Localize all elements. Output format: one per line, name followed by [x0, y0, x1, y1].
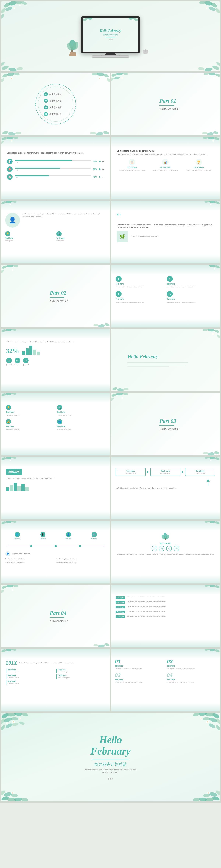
svg-point-20 — [1, 61, 5, 67]
part04-title: Part 04 — [50, 610, 69, 616]
cover-hello: Hello — [83, 734, 138, 745]
box-label-4: Text here — [116, 611, 125, 613]
svg-point-19 — [17, 67, 23, 70]
box-label-5: Text here — [116, 616, 125, 618]
agenda-leaves-bl — [1, 121, 29, 135]
svg-point-46 — [106, 78, 110, 83]
tl-leaves-tl — [1, 521, 20, 533]
agenda-item-1: 01 在此添加标题 — [44, 92, 61, 96]
svg-point-63 — [209, 73, 216, 75]
leaves-top-right — [183, 1, 220, 35]
svg-point-128 — [210, 457, 215, 459]
svg-point-98 — [209, 265, 215, 267]
svg-point-143 — [12, 585, 19, 588]
svg-point-106 — [216, 334, 220, 339]
svg-point-55 — [111, 73, 117, 77]
svg-point-48 — [99, 78, 100, 79]
bar-4 — [33, 350, 36, 355]
slide-unified-fonts: Unified fonts make reading more fluent. … — [111, 137, 220, 199]
svg-point-133 — [11, 521, 17, 523]
svg-point-79 — [213, 141, 214, 141]
revenue-amount: $66.6M — [6, 469, 22, 475]
bar-2 — [26, 348, 29, 355]
main-container: Hello February 简约花卉计划总结 当图网 — [0, 0, 221, 803]
svg-point-202 — [209, 792, 218, 797]
svg-point-28 — [129, 18, 134, 20]
agenda-leaves-br — [82, 121, 110, 135]
svg-point-24 — [216, 61, 220, 67]
svg-point-127 — [215, 457, 220, 460]
feat-icon-3: 💰 — [6, 419, 11, 424]
svg-point-62 — [215, 73, 220, 77]
monitor-watermark: 当图网 — [100, 38, 121, 40]
svg-point-104 — [208, 329, 215, 332]
svg-marker-33 — [69, 52, 77, 56]
plant-icon — [161, 532, 170, 540]
part03-leaves-br — [196, 441, 220, 456]
person-photo: 👤 — [5, 213, 20, 227]
svg-point-121 — [208, 452, 215, 456]
icon-bar: 📈 — [7, 174, 12, 180]
slide-timeline: 🌐 Text here 📱 Text here 👤 Text here ⚙️ T… — [1, 521, 110, 584]
mouse-decoration — [142, 49, 149, 54]
svg-point-151 — [204, 585, 210, 587]
svg-point-164 — [11, 717, 18, 720]
num-01: 01 — [115, 659, 164, 664]
slide-stats: Unified fonts make reading more fluent. … — [1, 329, 110, 392]
monitor-subtitle: 简约花卉计划总结 — [100, 33, 121, 36]
svg-point-191 — [21, 798, 28, 801]
bar-3 — [29, 346, 32, 355]
svg-point-26 — [87, 18, 93, 20]
svg-point-53 — [96, 132, 104, 135]
svg-point-89 — [6, 265, 13, 268]
svg-point-119 — [121, 397, 123, 399]
svg-point-100 — [1, 329, 6, 332]
svg-point-91 — [1, 269, 5, 274]
icon-col3: 🏆 — [196, 159, 202, 165]
svg-point-36 — [145, 49, 146, 51]
svg-point-76 — [208, 137, 215, 140]
proc-box-2: Text here Description text — [150, 468, 181, 476]
rev-leaves-tl — [1, 457, 20, 469]
svg-point-23 — [198, 67, 204, 70]
svg-point-74 — [11, 141, 12, 141]
svg-point-57 — [122, 73, 128, 75]
svg-point-200 — [193, 798, 200, 801]
svg-point-105 — [202, 329, 209, 332]
svg-point-82 — [11, 201, 17, 203]
svg-point-166 — [5, 722, 13, 729]
social-linkedin: in — [167, 291, 173, 297]
quote-photo: 🌿 — [117, 231, 128, 242]
slide-icons-grid: TEXT HERE 品 销 运 营 Unified fonts make rea… — [111, 521, 220, 584]
part01-leaves-tr — [197, 73, 220, 88]
icon-pie: 🎯 — [7, 166, 12, 172]
feat-leaves-tl — [1, 393, 20, 405]
row4-leaves-tl — [1, 201, 20, 214]
svg-point-165 — [1, 724, 6, 731]
svg-point-3 — [1, 7, 6, 14]
slide-part01: Part 01 在此添加标题文字 — [111, 73, 220, 135]
svg-point-174 — [7, 723, 7, 723]
agenda-leaves-tr — [82, 73, 110, 95]
slide-social: T Text here Small description for this s… — [111, 265, 220, 328]
svg-point-155 — [215, 649, 220, 652]
svg-point-116 — [116, 393, 123, 396]
svg-point-86 — [204, 201, 210, 203]
svg-point-147 — [98, 644, 105, 647]
svg-point-157 — [204, 649, 210, 651]
row4b-leaves-tr — [201, 201, 220, 214]
svg-point-145 — [11, 589, 13, 591]
svg-point-67 — [207, 132, 214, 135]
svg-point-84 — [215, 201, 220, 205]
svg-point-136 — [204, 521, 210, 523]
slide-features: 💡 Text here Small description text 🔍 Tex… — [1, 393, 110, 456]
social-leaves-tr — [201, 265, 220, 278]
svg-point-71 — [12, 137, 18, 139]
part01-title: Part 01 — [160, 98, 178, 104]
svg-point-72 — [1, 141, 4, 145]
svg-point-61 — [122, 78, 123, 79]
svg-point-65 — [213, 77, 215, 79]
q3-badge: Q1 — [23, 358, 29, 363]
arrow-up — [206, 479, 210, 482]
slide-revenue: $66.6M Unified fonts make reading more f… — [1, 457, 110, 520]
